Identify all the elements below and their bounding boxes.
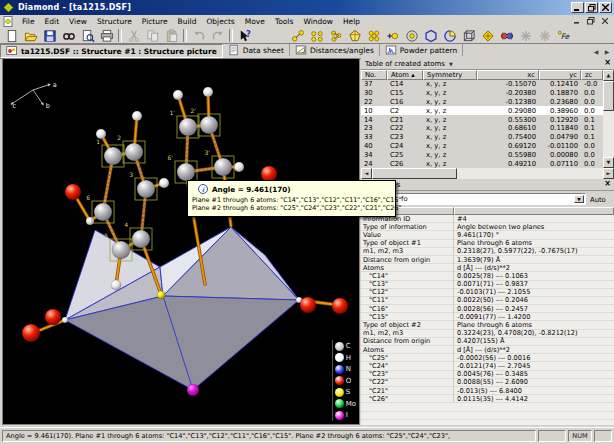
mdi-minimize-button[interactable] [571, 16, 583, 26]
property-row[interactable]: "C26"0.0115(35) --- 4.4142 [361, 395, 614, 403]
atoms-table-header[interactable]: Table of created atoms ▼ × [361, 58, 614, 70]
add-atom-button[interactable] [383, 27, 402, 44]
atoms-table-close-icon[interactable]: × [604, 59, 611, 67]
atom-sphere-H[interactable] [132, 111, 142, 121]
menu-picture[interactable]: Picture [137, 16, 173, 27]
close-button[interactable] [599, 2, 612, 13]
atom-sphere-O[interactable] [45, 309, 61, 325]
mdi-close-button[interactable] [599, 16, 611, 26]
copy-button[interactable] [143, 27, 162, 44]
column-header-xc[interactable]: xc [477, 70, 539, 80]
atom-sphere-H[interactable] [173, 90, 183, 100]
atom-sphere-H[interactable] [234, 162, 244, 172]
atom-row-C24[interactable]: 40C24x, y, z0.69120-0.011000.0 [361, 142, 603, 151]
atom-sphere-C[interactable] [104, 147, 122, 165]
open-file-button[interactable] [21, 27, 40, 44]
atom-sphere-H[interactable] [203, 87, 213, 97]
menu-help[interactable]: Help [338, 16, 365, 27]
new-document-button[interactable] [2, 27, 21, 44]
atom-sphere-H[interactable] [86, 217, 94, 225]
vscroll-thumb[interactable] [603, 81, 614, 111]
minimize-button[interactable] [571, 2, 584, 13]
redo-button[interactable] [208, 27, 227, 44]
property-row[interactable] [361, 420, 614, 425]
atom-row-C14[interactable]: 37C14x, y, z-0.150700.12410-0.0 [361, 80, 603, 89]
menu-objects[interactable]: Objects [201, 16, 239, 27]
atom-row-C21[interactable]: 14C21x, y, z0.553000.129200.1 [361, 115, 603, 124]
fill-ring-button[interactable] [440, 27, 459, 44]
atom-sphere-C[interactable] [214, 158, 232, 176]
ring-button[interactable] [421, 27, 440, 44]
scroll-down-icon[interactable]: ▼ [603, 157, 614, 168]
atom-sphere-O[interactable] [332, 298, 348, 314]
combo-dropdown-icon[interactable]: ▼ [574, 195, 584, 203]
menu-window[interactable]: Window [298, 16, 338, 27]
column-header-no[interactable]: No. [361, 70, 387, 80]
hydrogen-bonds-button[interactable] [497, 27, 516, 44]
scroll-left-icon[interactable]: ◄ [361, 168, 372, 179]
menu-structure[interactable]: Structure [92, 16, 137, 27]
atom-sphere-C[interactable] [177, 163, 195, 181]
column-header-symmetry[interactable]: Symmetry [423, 70, 477, 80]
fill-cell-button[interactable] [364, 27, 383, 44]
cut-button[interactable] [124, 27, 143, 44]
unit-cell-button[interactable] [459, 27, 478, 44]
complete-fragments-button[interactable] [307, 27, 326, 44]
atoms-table-horizontal-scrollbar[interactable]: ◄ ► [361, 168, 614, 179]
atom-sphere-H[interactable] [159, 178, 169, 188]
structure-viewport[interactable]: 1234561'2'3'6'abc CHNOSMoI [2, 58, 360, 425]
atom-row-C2[interactable]: 10C2x, y, z0.290800.389600.0 [361, 106, 603, 115]
menu-file[interactable]: File [17, 16, 40, 27]
menu-build[interactable]: Build [173, 16, 202, 27]
atom-row-C15[interactable]: 30C15x, y, z-0.203800.188700.0 [361, 89, 603, 98]
print-preview-button[interactable] [78, 27, 97, 44]
atom-sphere-H[interactable] [111, 280, 121, 290]
chevron-down-icon[interactable]: ▼ [449, 61, 453, 67]
tab-structure-picture[interactable]: ta1215.DSF :: Structure #1 : Structure p… [0, 44, 223, 58]
tab-scroll-right-icon[interactable]: ▶ [602, 46, 612, 56]
print-button[interactable] [97, 27, 116, 44]
property-row[interactable] [361, 412, 614, 420]
atom-sphere-C[interactable] [200, 116, 218, 134]
menu-move[interactable]: Move [240, 16, 270, 27]
grow-cluster-button[interactable] [326, 27, 345, 44]
scroll-up-icon[interactable]: ▲ [603, 70, 614, 81]
scroll-right-icon[interactable]: ► [603, 168, 614, 179]
atom-sphere-C[interactable] [112, 241, 130, 259]
column-header-zc[interactable]: zc [581, 70, 603, 80]
paste-button[interactable] [162, 27, 181, 44]
atom-sphere-O[interactable] [22, 324, 40, 342]
undo-button[interactable] [189, 27, 208, 44]
atom-sphere-O[interactable] [300, 297, 316, 313]
properties-close-icon[interactable]: × [604, 180, 611, 188]
document-icon[interactable] [3, 16, 14, 27]
properties-header[interactable]: Properties × [361, 179, 614, 191]
atom-sphere-C[interactable] [94, 203, 112, 221]
context-help-button[interactable]: ? [235, 27, 254, 44]
column-header-yc[interactable]: yc [539, 70, 581, 80]
find-button[interactable] [59, 27, 78, 44]
tab-data-sheet[interactable]: Data sheet [223, 44, 290, 56]
atom-sphere-C[interactable] [179, 118, 197, 136]
coordination-sphere-button[interactable] [402, 27, 421, 44]
atom-sphere-C[interactable] [132, 230, 150, 248]
atoms-table-vertical-scrollbar[interactable]: ▲ ▼ [603, 70, 614, 168]
auto-toggle[interactable]: Auto [590, 196, 606, 204]
tab-scroll-left-icon[interactable]: ◀ [591, 46, 601, 56]
star-tool2-button[interactable] [535, 27, 554, 44]
atom-row-C26[interactable]: 24C26x, y, z0.492100.071100.0 [361, 159, 603, 168]
save-button[interactable] [40, 27, 59, 44]
atom-row-C16[interactable]: 22C16x, y, z-0.123800.236800.0 [361, 98, 603, 107]
atom-sphere-I[interactable] [187, 384, 199, 396]
element-symbol-button[interactable]: Fe [554, 27, 573, 44]
connect-atoms-button[interactable] [288, 27, 307, 44]
atom-row-C22[interactable]: 23C22x, y, z0.686100.118400.1 [361, 124, 603, 133]
property-row[interactable] [361, 403, 614, 411]
atom-sphere-C[interactable] [125, 143, 143, 161]
mdi-restore-button[interactable] [585, 16, 597, 26]
prop-value-column[interactable] [454, 207, 614, 215]
atom-row-C25[interactable]: 34C25x, y, z0.559800.000800.0 [361, 150, 603, 159]
star-tool-button[interactable] [516, 27, 535, 44]
tab-powder-pattern[interactable]: Powder pattern [380, 44, 463, 56]
packing-button[interactable] [478, 27, 497, 44]
